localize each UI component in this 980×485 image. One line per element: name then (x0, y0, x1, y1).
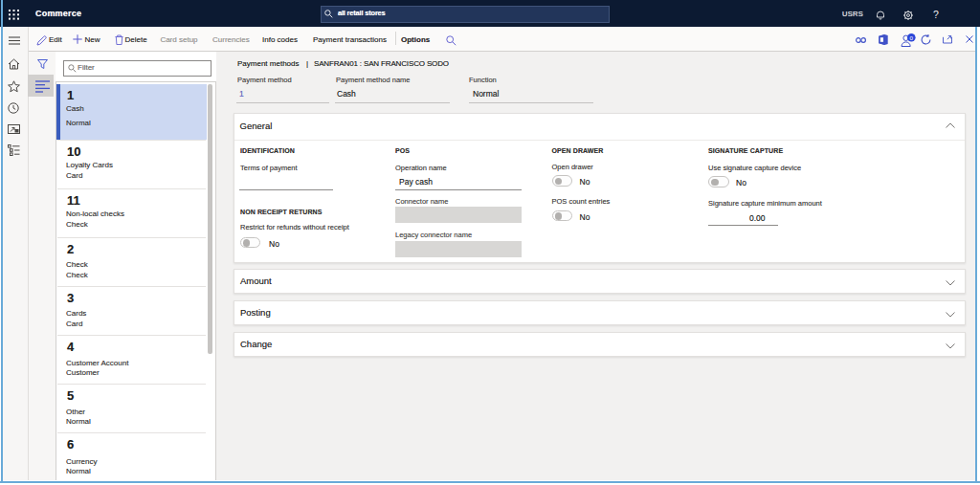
svg-text:0: 0 (910, 33, 914, 40)
